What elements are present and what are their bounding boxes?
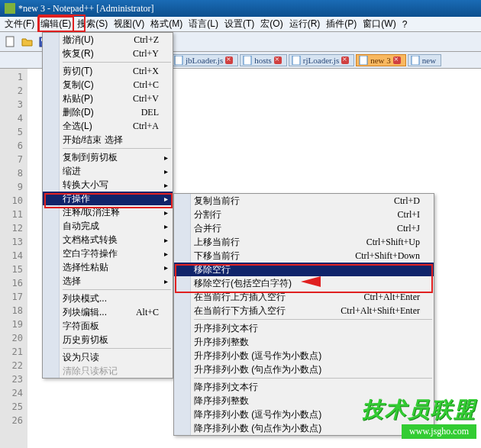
menu-item[interactable]: 转换大小写: [43, 178, 173, 192]
document-tab[interactable]: jbLoader.js: [171, 54, 238, 66]
file-icon: [174, 56, 183, 65]
annotation-arrow: [301, 276, 321, 287]
menu-shortcut: Ctrl+C: [134, 79, 159, 91]
menu-item[interactable]: 升序排列小数 (句点作为小数点): [174, 363, 434, 376]
menu-item-label: 升序排列小数 (逗号作为小数点): [194, 350, 420, 363]
menu-item[interactable]: 复制到剪切板: [43, 150, 173, 164]
menu-item[interactable]: 编辑(E): [37, 16, 74, 32]
menu-item[interactable]: 分割行Ctrl+I: [174, 208, 434, 221]
document-tab[interactable]: new 3: [356, 54, 406, 66]
menu-item[interactable]: 列块模式...: [43, 292, 173, 305]
menu-item[interactable]: 注释/取消注释: [43, 205, 173, 219]
close-tab-icon[interactable]: [341, 56, 349, 64]
menu-item[interactable]: 文档格式转换: [43, 233, 173, 247]
menu-item[interactable]: 缩进: [43, 164, 173, 178]
menu-item-label: 设为只读: [63, 351, 159, 364]
menu-item[interactable]: 设置(T): [221, 16, 257, 32]
menu-item[interactable]: 粘贴(P)Ctrl+V: [43, 92, 173, 105]
line-number: 16: [0, 276, 23, 290]
menu-item[interactable]: 运行(R): [286, 16, 324, 32]
menu-item-label: 空白字符操作: [63, 247, 159, 260]
menu-item[interactable]: 升序排列文本行: [174, 321, 434, 335]
line-number-gutter: 1234567891011121314151617181920212223242…: [0, 69, 27, 448]
line-number: 17: [0, 290, 23, 304]
menu-item[interactable]: 在当前行上方插入空行Ctrl+Alt+Enter: [174, 290, 434, 304]
menu-item[interactable]: 行操作: [43, 192, 173, 205]
menu-item[interactable]: 开始/结束 选择: [43, 133, 173, 147]
menu-separator: [194, 319, 432, 320]
menu-item[interactable]: 格式(M): [147, 16, 186, 32]
menu-shortcut: Ctrl+Alt+Enter: [363, 292, 420, 303]
menu-item[interactable]: 宏(O): [257, 16, 286, 32]
new-file-icon[interactable]: [3, 34, 18, 50]
menu-item[interactable]: 升序排列整数: [174, 335, 434, 349]
line-number: 13: [0, 235, 23, 249]
line-number: 1: [0, 70, 23, 84]
menu-item-label: 在当前行上方插入空行: [194, 291, 341, 304]
menu-item[interactable]: 移除空行: [174, 263, 434, 276]
menu-item-label: 转换大小写: [63, 179, 159, 192]
menu-item[interactable]: 恢复(R)Ctrl+Y: [43, 47, 173, 60]
menu-item[interactable]: 语言(L): [186, 16, 221, 32]
svg-rect-12: [175, 56, 182, 65]
tab-label: jbLoader.js: [186, 56, 223, 65]
menu-item-label: 开始/结束 选择: [63, 134, 159, 147]
menu-item[interactable]: 降序排列文本行: [174, 380, 434, 394]
menu-item[interactable]: 下移当前行Ctrl+Shift+Down: [174, 249, 434, 263]
close-tab-icon[interactable]: [225, 56, 233, 64]
close-tab-icon[interactable]: [393, 56, 401, 64]
menu-item[interactable]: ?: [399, 18, 411, 31]
menu-item[interactable]: 历史剪切板: [43, 333, 173, 346]
menu-item[interactable]: 空白字符操作: [43, 247, 173, 260]
line-number: 5: [0, 125, 23, 139]
line-number: 14: [0, 249, 23, 263]
menu-item[interactable]: 选择性粘贴: [43, 260, 173, 274]
menu-item[interactable]: 合并行Ctrl+J: [174, 221, 434, 235]
menu-shortcut: Ctrl+Shift+Down: [355, 250, 420, 262]
menu-item[interactable]: 字符面板: [43, 319, 173, 333]
menu-item[interactable]: 升序排列小数 (逗号作为小数点): [174, 349, 434, 363]
open-file-icon[interactable]: [20, 34, 35, 50]
menu-item[interactable]: 自动完成: [43, 219, 173, 233]
menu-item[interactable]: 撤消(U)Ctrl+Z: [43, 33, 173, 47]
menu-item[interactable]: 在当前行下方插入空行Ctrl+Alt+Shift+Enter: [174, 304, 434, 317]
menu-shortcut: Ctrl+Y: [133, 48, 159, 60]
menu-item-label: 升序排列整数: [194, 336, 420, 349]
menu-item[interactable]: 复制(C)Ctrl+C: [43, 78, 173, 92]
menu-item[interactable]: 文件(F): [2, 16, 37, 32]
document-tab[interactable]: rjLoader.js: [289, 54, 354, 66]
menu-item-label: 升序排列文本行: [194, 322, 420, 335]
document-tab[interactable]: new: [408, 54, 441, 66]
line-number: 23: [0, 372, 23, 386]
menu-item-label: 行操作: [63, 192, 159, 205]
menu-item-label: 合并行: [194, 222, 374, 235]
menu-item[interactable]: 上移当前行Ctrl+Shift+Up: [174, 235, 434, 249]
menu-shortcut: Ctrl+V: [133, 93, 159, 105]
menu-item[interactable]: 删除(D)DEL: [43, 105, 173, 119]
line-number: 12: [0, 221, 23, 235]
line-number: 4: [0, 111, 23, 125]
close-tab-icon[interactable]: [274, 56, 282, 64]
menu-item[interactable]: 视图(V): [111, 16, 147, 32]
menu-item[interactable]: 选择: [43, 274, 173, 288]
menu-item-label: 历史剪切板: [63, 334, 159, 346]
file-icon: [359, 56, 368, 65]
tab-label: new 3: [370, 56, 391, 65]
menu-separator: [63, 289, 171, 290]
menu-item[interactable]: 全选(L)Ctrl+A: [43, 119, 173, 133]
menu-item[interactable]: 设为只读: [43, 350, 173, 364]
menu-item[interactable]: 窗口(W): [360, 16, 399, 32]
menu-item[interactable]: 复制当前行Ctrl+D: [174, 194, 434, 208]
menu-item[interactable]: 列块编辑...Alt+C: [43, 305, 173, 319]
menu-item-label: 移除空行: [194, 263, 420, 276]
menu-item[interactable]: 剪切(T)Ctrl+X: [43, 64, 173, 78]
menu-item[interactable]: 搜索(S): [74, 16, 111, 32]
line-number: 15: [0, 263, 23, 276]
file-icon: [243, 56, 252, 65]
title-bar: *new 3 - Notepad++ [Administrator]: [0, 0, 481, 17]
document-tab[interactable]: hosts: [240, 54, 287, 66]
menu-item[interactable]: 插件(P): [323, 16, 360, 32]
line-number: 6: [0, 139, 23, 153]
menu-item-label: 粘贴(P): [63, 92, 110, 105]
menu-item-label: 选择: [63, 275, 159, 288]
